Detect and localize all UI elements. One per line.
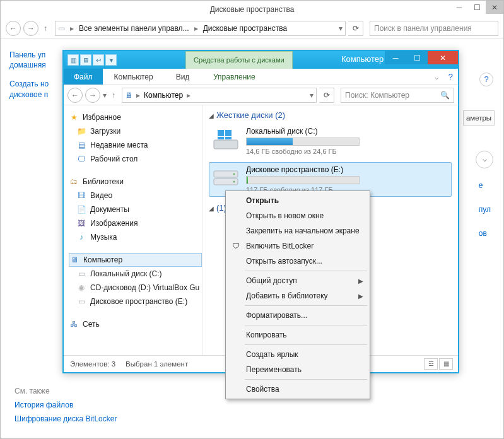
menu-autoplay[interactable]: Открыть автозапуск... (227, 254, 368, 269)
search-input[interactable]: Поиск в панели управления (370, 21, 498, 36)
breadcrumb-item[interactable]: Все элементы панели управл... (79, 24, 189, 33)
computer-tab[interactable]: Компьютер (103, 69, 165, 85)
menu-bitlocker[interactable]: 🛡Включить BitLocker (227, 238, 368, 254)
network-icon: 🖧 (69, 319, 79, 329)
link-fragment[interactable]: ов (479, 229, 491, 238)
svg-rect-3 (218, 137, 224, 139)
refresh-button[interactable]: ⟳ (319, 88, 334, 103)
computer-icon: 🖥 (125, 91, 132, 100)
search-icon: 🔍 (440, 91, 450, 100)
help-icon[interactable]: ? (479, 73, 493, 86)
music-icon: ♪ (76, 232, 86, 242)
cp-right-links: е пул ов (479, 181, 491, 253)
cp-right-buttons: аметры (463, 110, 495, 131)
search-input[interactable]: Поиск: Компьютер 🔍 (341, 88, 454, 103)
usage-bar (246, 138, 360, 146)
bitlocker-link[interactable]: Шифрование диска BitLocker (15, 414, 117, 423)
tree-cd-d[interactable]: ◉CD-дисковод (D:) VirtualBox Gu (69, 281, 202, 295)
back-button[interactable]: ← (6, 21, 21, 36)
status-selection: Выбран 1 элемент (126, 360, 188, 368)
close-button[interactable]: ✕ (486, 1, 503, 14)
contextual-tab[interactable]: Средства работы с дисками (185, 51, 293, 69)
address-bar[interactable]: ▭ ▸ Все элементы панели управл... ▸ Диск… (55, 21, 346, 36)
drive-icon (212, 127, 240, 152)
forward-button[interactable]: → (23, 21, 38, 36)
minimize-button[interactable]: ─ (385, 51, 406, 64)
video-icon: 🎞 (76, 190, 86, 201)
qat-properties-icon[interactable]: ▥ (67, 54, 79, 66)
tree-music[interactable]: ♪Музыка (69, 230, 202, 244)
tree-desktop[interactable]: 🖵Рабочий стол (69, 152, 202, 166)
file-history-link[interactable]: История файлов (15, 401, 117, 409)
qat-computer-icon[interactable]: 🖥 (80, 54, 91, 66)
file-tab[interactable]: Файл (64, 69, 103, 85)
drive-c[interactable]: Локальный диск (C:) 14,6 ГБ свободно из … (209, 124, 452, 158)
close-button[interactable]: ✕ (428, 51, 458, 64)
back-button[interactable]: ← (67, 88, 83, 103)
drive-stat: 14,6 ГБ свободно из 24,6 ГБ (246, 148, 448, 155)
link-fragment[interactable]: е (479, 181, 491, 190)
link-fragment[interactable]: пул (479, 205, 491, 214)
menu-addlib[interactable]: Добавить в библиотеку▶ (227, 288, 368, 303)
chevron-down-icon[interactable]: ▾ (310, 91, 314, 100)
minimize-button[interactable]: ─ (450, 1, 468, 14)
search-placeholder: Поиск: Компьютер (345, 91, 409, 100)
forward-button[interactable]: → (85, 88, 100, 103)
ribbon-tabs: Файл Компьютер Вид Управление ⌵ ? (64, 69, 458, 85)
chevron-down-icon[interactable]: ▾ (339, 24, 343, 33)
tree-libraries[interactable]: 🗂Библиотеки (69, 175, 202, 189)
menu-properties[interactable]: Свойства (227, 382, 368, 397)
chevron-right-icon: ▶ (358, 278, 363, 284)
address-bar[interactable]: 🖥 ▸ Компьютер ▸ ▾ (122, 88, 317, 103)
window-title: Компьютер (341, 54, 384, 64)
chevron-right-icon: ▸ (187, 91, 190, 100)
qat-undo-icon[interactable]: ↩ (93, 54, 104, 66)
menu-copy[interactable]: Копировать (227, 327, 368, 342)
computer-icon: 🖥 (69, 255, 79, 265)
menu-format[interactable]: Форматировать... (227, 308, 368, 323)
group-hdd[interactable]: ◢Жесткие диски (2) (209, 110, 452, 120)
tiles-view-button[interactable]: ▦ (439, 358, 453, 370)
tree-computer[interactable]: 🖥Компьютер (69, 253, 202, 267)
tree-space-e[interactable]: ▭Дисковое пространство (E:) (69, 295, 202, 308)
tree-favorites[interactable]: ★Избранное (69, 110, 202, 124)
tree-downloads[interactable]: 📁Загрузки (69, 124, 202, 138)
recent-dropdown-icon[interactable]: ▾ (103, 91, 107, 100)
expand-button[interactable]: ⌵ (476, 151, 493, 168)
tree-network[interactable]: 🖧Сеть (69, 317, 202, 331)
chevron-right-icon: ▶ (358, 293, 363, 300)
breadcrumb-item[interactable]: Дисковые пространства (203, 24, 288, 33)
chevron-right-icon: ▸ (70, 24, 74, 33)
refresh-button[interactable]: ⟳ (348, 21, 363, 36)
context-menu: Открыть Открыть в новом окне Закрепить н… (225, 190, 370, 399)
up-button[interactable]: ↑ (44, 24, 47, 33)
cp-home-link[interactable]: Панель упдомашняя (9, 50, 66, 70)
drive-icon: ▭ (76, 269, 86, 279)
menu-share[interactable]: Общий доступ▶ (227, 273, 368, 288)
cp-create-link[interactable]: Создать нодисковое п (9, 79, 66, 99)
tree-video[interactable]: 🎞Видео (69, 189, 202, 202)
breadcrumb-item[interactable]: Компьютер (144, 91, 183, 100)
tree-recent[interactable]: ▤Недавние места (69, 138, 202, 152)
cp-title: Дисковые пространства (210, 5, 295, 14)
menu-pin[interactable]: Закрепить на начальном экране (227, 223, 368, 238)
qat-dropdown-icon[interactable]: ▾ (105, 54, 117, 66)
params-button[interactable]: аметры (463, 110, 495, 126)
tree-documents[interactable]: 📄Документы (69, 202, 202, 216)
collapse-ribbon-icon[interactable]: ⌵ (435, 69, 439, 85)
image-icon: 🖼 (76, 218, 86, 228)
manage-tab[interactable]: Управление (202, 69, 267, 85)
help-icon[interactable]: ? (448, 69, 453, 85)
menu-shortcut[interactable]: Создать ярлык (227, 347, 368, 362)
view-tab[interactable]: Вид (165, 69, 201, 85)
drive-icon: ▭ (58, 24, 65, 33)
up-button[interactable]: ↑ (112, 91, 115, 100)
tree-local-c[interactable]: ▭Локальный диск (C:) (69, 267, 202, 281)
menu-rename[interactable]: Переименовать (227, 362, 368, 377)
maximize-button[interactable]: ☐ (406, 51, 428, 64)
details-view-button[interactable]: ☲ (424, 358, 438, 370)
menu-open-new[interactable]: Открыть в новом окне (227, 208, 368, 223)
tree-images[interactable]: 🖼Изображения (69, 216, 202, 230)
maximize-button[interactable]: ☐ (468, 1, 486, 14)
menu-open[interactable]: Открыть (227, 193, 368, 208)
